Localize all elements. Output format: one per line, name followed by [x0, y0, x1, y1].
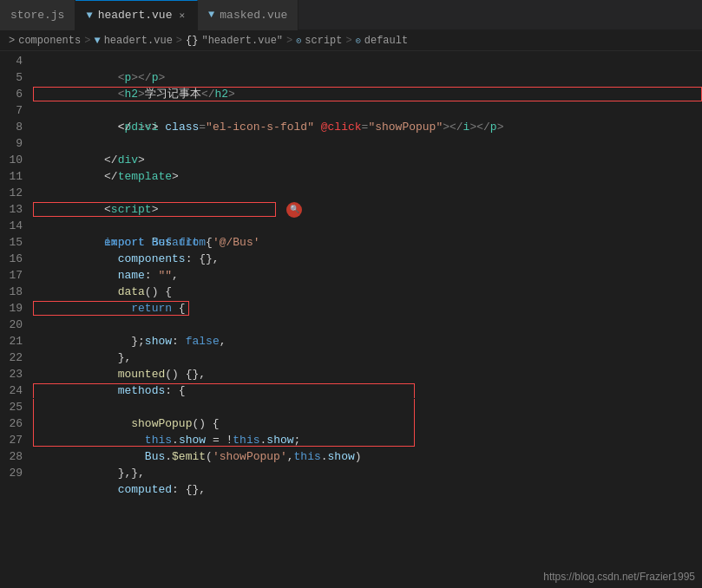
tab-store-label: store.js [10, 9, 64, 22]
tab-headert[interactable]: ▼ headert.vue ✕ [75, 0, 198, 30]
tab-masked[interactable]: ▼ masked.vue [198, 0, 299, 30]
code-line-11 [33, 168, 702, 185]
breadcrumb-default: default [364, 35, 408, 47]
code-line-16: name: "", [33, 251, 702, 267]
tab-headert-icon: ▼ [86, 10, 92, 22]
code-line-4: <p></p> [33, 53, 702, 69]
code-line-22: mounted() {}, [33, 350, 702, 366]
line-numbers: 4 5 6 7 8 9 10 11 12 13 14 15 16 17 18 1… [0, 51, 33, 588]
code-container: 4 5 6 7 8 9 10 11 12 13 14 15 16 17 18 1… [0, 51, 702, 588]
breadcrumb-vue-icon: ▼ [94, 35, 100, 47]
editor: 4 5 6 7 8 9 10 11 12 13 14 15 16 17 18 1… [0, 51, 702, 588]
code-line-18: return { [33, 284, 702, 300]
code-line-23: methods: { [33, 366, 702, 382]
tab-bar: store.js ▼ headert.vue ✕ ▼ masked.vue [0, 0, 702, 30]
code-line-6: <p ><i class="el-icon-s-fold" @click="sh… [33, 86, 702, 102]
breadcrumb-default-icon: ⊙ [356, 36, 361, 46]
code-line-5: <h2>学习记事本</h2> [33, 69, 702, 86]
code-line-19: show: false, [33, 300, 702, 317]
tab-masked-label: masked.vue [220, 9, 287, 22]
breadcrumb-components: components [18, 35, 81, 47]
code-line-20: }; [33, 317, 702, 333]
tab-masked-icon: ▼ [208, 9, 214, 21]
search-icon: 🔍 [286, 202, 302, 218]
code-line-26: Bus.$emit('showPopup',this.show) [33, 415, 702, 432]
code-line-28: }, [33, 448, 702, 465]
watermark: https://blog.csdn.net/Frazier1995 [543, 571, 695, 583]
code-line-7: </div> [33, 102, 702, 119]
breadcrumb-chevron: > [9, 35, 15, 47]
code-line-10: </template> [33, 152, 702, 168]
code-line-12: <script> [33, 185, 702, 201]
code-line-8 [33, 119, 702, 135]
breadcrumb-sep2: > [176, 35, 182, 47]
code-line-15: components: {}, [33, 234, 702, 251]
breadcrumb-braces: {} [186, 35, 198, 47]
code-line-14: export default { [33, 218, 702, 234]
breadcrumb: > components > ▼ headert.vue > {} "heade… [0, 30, 702, 51]
code-lines: <p></p> <h2>学习记事本</h2> <p ><i class="el-… [33, 51, 702, 588]
code-line-21: }, [33, 333, 702, 350]
code-line-24: showPopup() { [33, 382, 702, 399]
breadcrumb-script: script [305, 35, 342, 47]
breadcrumb-headert: headert.vue [104, 35, 173, 47]
code-line-9: </div> [33, 135, 702, 152]
tab-store[interactable]: store.js [0, 0, 75, 30]
code-line-17: data() { [33, 267, 702, 284]
code-line-25: this.show = !this.show; [33, 399, 702, 415]
tab-headert-close[interactable]: ✕ [177, 9, 187, 22]
code-line-29: computed: {}, [33, 465, 702, 481]
breadcrumb-sep1: > [84, 35, 90, 47]
breadcrumb-name: "headert.vue" [201, 35, 283, 47]
breadcrumb-sep4: > [346, 35, 352, 47]
breadcrumb-sep3: > [286, 35, 292, 47]
tab-headert-label: headert.vue [98, 9, 173, 22]
breadcrumb-script-icon: ⊙ [296, 36, 301, 46]
code-line-27: }, [33, 432, 702, 448]
code-line-13: import Bus from '@/Bus' 🔍 [33, 201, 702, 218]
